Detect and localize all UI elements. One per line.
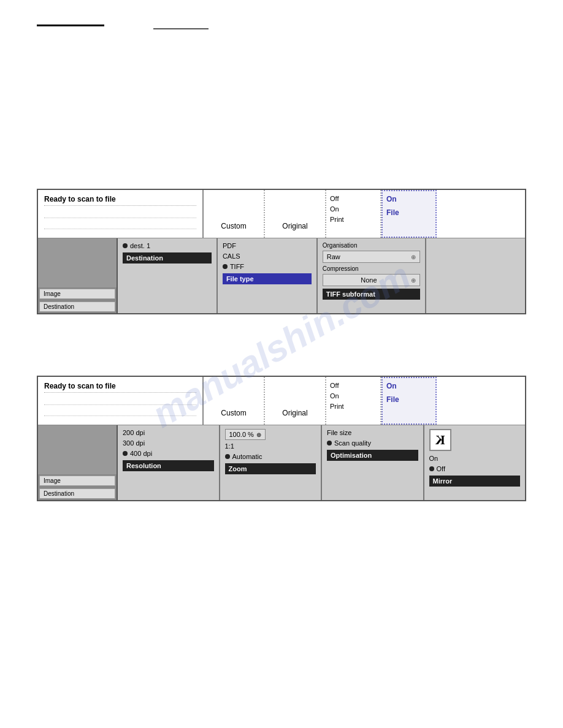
panel-2-option-print[interactable]: Print	[330, 403, 377, 410]
panel-2-highlighted-section: On File	[381, 377, 437, 425]
mirror-k-icon: K	[429, 429, 451, 451]
panel-1-empty-col	[426, 238, 525, 313]
dest-bullet-1	[123, 243, 128, 248]
panel-1-bottom-row: Image Destination dest. 1 Destination PD…	[38, 238, 525, 313]
panel-1-tiff-header: TIFF subformat	[323, 289, 420, 300]
nav-line-2	[153, 25, 209, 29]
panel-2-image-label: Image	[39, 476, 115, 486]
panel-1-highlighted-file[interactable]: File	[386, 208, 432, 217]
panel-1-tiff-item[interactable]: TIFF	[223, 263, 312, 270]
panel-2-custom-section[interactable]: Custom	[204, 377, 265, 425]
panel-1-option-on[interactable]: On	[330, 205, 377, 213]
panel-2-zoom-col: 100.0 % ⊕ 1:1 Automatic Zoom	[220, 425, 323, 500]
panel-2-res-400[interactable]: 400 dpi	[123, 450, 214, 457]
panel-2-resolution-col: 200 dpi 300 dpi 400 dpi Resolution	[118, 425, 220, 500]
panel-2-res-300[interactable]: 300 dpi	[123, 439, 214, 447]
panel-1-destination-header: Destination	[123, 252, 212, 264]
panel-2: Ready to scan to file Custom Original	[37, 376, 526, 501]
panel-2-ready-section: Ready to scan to file	[38, 377, 204, 425]
panel-1-ready-title: Ready to scan to file	[44, 195, 196, 206]
raw-box[interactable]: Raw ⊕	[323, 251, 420, 263]
panel-1-ready-section: Ready to scan to file	[38, 190, 204, 238]
panel-1-custom-section[interactable]: Custom	[204, 190, 265, 238]
panel-1-option-print[interactable]: Print	[330, 216, 377, 223]
panel-1-destination-col: dest. 1 Destination	[118, 238, 218, 313]
panel-1-pdf-item[interactable]: PDF	[223, 242, 312, 249]
panel-2-mirror-on[interactable]: On	[429, 455, 521, 462]
panel-1-thumbnail-gray	[38, 238, 117, 287]
panel-2-bottom-row: Image Destination 200 dpi 300 dpi 400 dp…	[38, 425, 525, 500]
nav-line-1	[37, 25, 104, 29]
panel-2-original-section[interactable]: Original	[265, 377, 326, 425]
panel-1-original-label: Original	[282, 222, 307, 230]
panel-2-dest-label: Destination	[39, 488, 115, 499]
panel-2-resolution-header: Resolution	[123, 460, 214, 471]
panel-2-opt-scanquality[interactable]: Scan quality	[327, 439, 418, 447]
panel-1-tiff-col: Organisation Raw ⊕ Compression None ⊕ TI…	[318, 238, 426, 313]
panel-2-thumbnail-gray	[38, 425, 117, 474]
panel-1-option-off[interactable]: Off	[330, 195, 377, 202]
panel-2-optimisation-col: File size Scan quality Optimisation	[322, 425, 424, 500]
panel-2-original-label: Original	[282, 409, 307, 417]
panel-2-custom-label: Custom	[221, 409, 246, 417]
panel-2-highlighted-on[interactable]: On	[386, 382, 432, 390]
panel-2-mirror-header: Mirror	[429, 476, 521, 487]
panel-2-ready-lines	[44, 398, 196, 416]
zoom-spinner[interactable]: ⊕	[256, 431, 261, 438]
scanquality-bullet	[327, 441, 332, 446]
panel-1-custom-label: Custom	[221, 222, 246, 230]
none-spinner[interactable]: ⊕	[411, 277, 416, 284]
mirror-off-bullet	[429, 466, 434, 471]
panel-1-ready-lines	[44, 211, 196, 229]
panel-2-optimisation-header: Optimisation	[327, 450, 418, 461]
panel-1-original-section[interactable]: Original	[265, 190, 326, 238]
panel-2-zoom-header: Zoom	[225, 463, 316, 474]
panel-2-option-on[interactable]: On	[330, 392, 377, 400]
compression-label: Compression	[323, 265, 420, 272]
panel-2-ready-title: Ready to scan to file	[44, 382, 196, 393]
raw-spinner[interactable]: ⊕	[411, 254, 416, 260]
ready-line-4	[44, 409, 196, 416]
organisation-label: Organisation	[323, 242, 420, 249]
panel-2-mirror-col: K On Off Mirror	[424, 425, 526, 500]
panel-2-zoom-auto[interactable]: Automatic	[225, 453, 316, 460]
ready-line-1	[44, 211, 196, 218]
panel-1-highlighted-on[interactable]: On	[386, 195, 432, 203]
page-container: manualshin.com Ready to scan to file Cus…	[0, 0, 563, 544]
panel-2-options-section: Off On Print	[326, 377, 381, 425]
panel-2-opt-filesize[interactable]: File size	[327, 429, 418, 436]
panel-spacer	[37, 339, 526, 376]
panel-1-image-label: Image	[39, 289, 115, 299]
none-box[interactable]: None ⊕	[323, 274, 420, 286]
panel-1-dest-label: Destination	[39, 301, 115, 312]
panel-2-zoom-ratio: 1:1	[225, 442, 316, 450]
res-bullet	[123, 451, 128, 456]
panel-2-mirror-off[interactable]: Off	[429, 465, 521, 472]
tiff-bullet	[223, 264, 228, 269]
panel-1-top-row: Ready to scan to file Custom Original	[38, 190, 525, 238]
ready-line-3	[44, 398, 196, 405]
panel-2-thumbnail-area: Image Destination	[38, 425, 118, 500]
zoom-auto-bullet	[225, 454, 230, 459]
panels-wrapper: manualshin.com Ready to scan to file Cus…	[37, 189, 526, 501]
panel-1: Ready to scan to file Custom Original	[37, 189, 526, 314]
panel-1-filetype-header: File type	[223, 273, 312, 284]
mirror-k-letter: K	[435, 433, 445, 447]
panel-1-dest-item-1[interactable]: dest. 1	[123, 242, 212, 249]
panel-1-filetype-col: PDF CALS TIFF File type	[218, 238, 318, 313]
top-nav	[37, 18, 526, 29]
ready-line-2	[44, 222, 196, 229]
panel-1-highlighted-section: On File	[381, 190, 437, 238]
panel-2-highlighted-file[interactable]: File	[386, 395, 432, 404]
zoom-value-box[interactable]: 100.0 % ⊕	[225, 429, 266, 440]
panel-1-thumbnail-area: Image Destination	[38, 238, 118, 313]
panel-1-options-section: Off On Print	[326, 190, 381, 238]
panel-1-cals-item[interactable]: CALS	[223, 252, 312, 260]
panel-2-option-off[interactable]: Off	[330, 382, 377, 389]
panel-2-res-200[interactable]: 200 dpi	[123, 429, 214, 436]
panel-2-top-row: Ready to scan to file Custom Original	[38, 377, 525, 425]
